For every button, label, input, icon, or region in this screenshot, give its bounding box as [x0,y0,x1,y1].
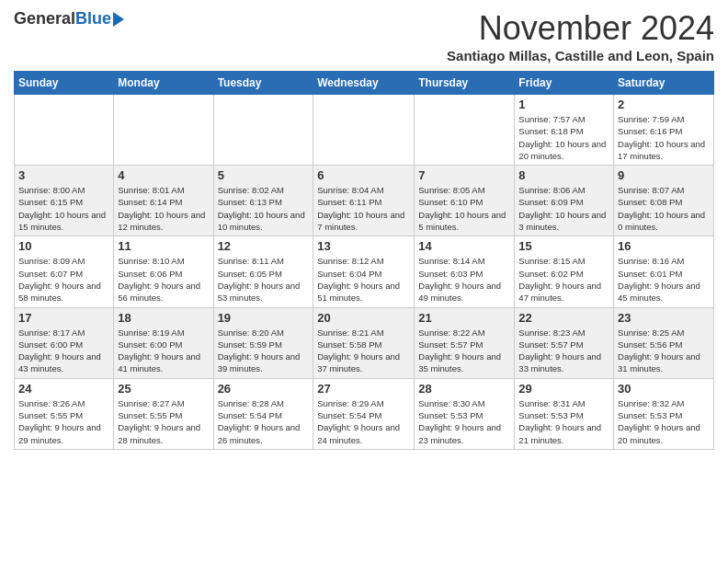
day-info: Sunrise: 8:07 AM Sunset: 6:08 PM Dayligh… [618,184,710,233]
day-number: 16 [618,239,710,253]
day-number: 28 [418,382,510,396]
day-info: Sunrise: 8:23 AM Sunset: 5:57 PM Dayligh… [518,327,609,375]
day-info: Sunrise: 8:00 AM Sunset: 6:15 PM Dayligh… [18,184,109,233]
day-info: Sunrise: 8:26 AM Sunset: 5:55 PM Dayligh… [18,397,109,446]
calendar-cell [313,95,415,166]
calendar-cell: 21Sunrise: 8:22 AM Sunset: 5:57 PM Dayli… [415,307,515,378]
day-info: Sunrise: 7:57 AM Sunset: 6:18 PM Dayligh… [518,113,609,162]
day-number: 18 [118,311,209,325]
calendar-cell [114,95,213,166]
logo: GeneralBlue [14,9,124,29]
day-info: Sunrise: 8:12 AM Sunset: 6:04 PM Dayligh… [317,255,410,304]
day-number: 4 [118,168,209,182]
calendar-cell: 25Sunrise: 8:27 AM Sunset: 5:55 PM Dayli… [114,378,213,449]
day-number: 25 [118,382,209,396]
day-number: 2 [618,98,710,111]
calendar-cell: 2Sunrise: 7:59 AM Sunset: 6:16 PM Daylig… [614,95,714,166]
day-info: Sunrise: 8:11 AM Sunset: 6:05 PM Dayligh… [218,255,310,304]
day-info: Sunrise: 8:06 AM Sunset: 6:09 PM Dayligh… [518,184,609,233]
calendar-cell: 27Sunrise: 8:29 AM Sunset: 5:54 PM Dayli… [313,378,415,449]
calendar-cell: 22Sunrise: 8:23 AM Sunset: 5:57 PM Dayli… [515,307,614,378]
calendar-cell: 17Sunrise: 8:17 AM Sunset: 6:00 PM Dayli… [15,307,114,378]
day-info: Sunrise: 8:04 AM Sunset: 6:11 PM Dayligh… [317,184,410,233]
calendar-cell: 10Sunrise: 8:09 AM Sunset: 6:07 PM Dayli… [15,236,114,307]
calendar-cell: 5Sunrise: 8:02 AM Sunset: 6:13 PM Daylig… [213,166,313,236]
calendar-cell: 23Sunrise: 8:25 AM Sunset: 5:56 PM Dayli… [614,307,714,378]
calendar-cell: 15Sunrise: 8:15 AM Sunset: 6:02 PM Dayli… [515,236,614,307]
calendar-cell [15,95,114,166]
day-number: 5 [218,168,310,182]
day-number: 21 [418,311,510,325]
calendar-header-sunday: Sunday [15,72,114,95]
calendar-cell: 8Sunrise: 8:06 AM Sunset: 6:09 PM Daylig… [515,166,614,236]
calendar-header-friday: Friday [515,72,614,95]
calendar-cell: 30Sunrise: 8:32 AM Sunset: 5:53 PM Dayli… [614,378,714,449]
day-info: Sunrise: 8:32 AM Sunset: 5:53 PM Dayligh… [618,397,710,446]
day-number: 27 [317,382,410,396]
day-number: 3 [18,168,109,182]
day-number: 22 [518,311,609,325]
day-number: 30 [618,382,710,396]
day-info: Sunrise: 8:25 AM Sunset: 5:56 PM Dayligh… [618,327,710,375]
calendar-week-row: 17Sunrise: 8:17 AM Sunset: 6:00 PM Dayli… [15,307,714,378]
day-info: Sunrise: 8:05 AM Sunset: 6:10 PM Dayligh… [418,184,510,233]
day-info: Sunrise: 8:14 AM Sunset: 6:03 PM Dayligh… [418,255,510,304]
day-number: 19 [218,311,310,325]
calendar-cell [213,95,313,166]
calendar-cell: 24Sunrise: 8:26 AM Sunset: 5:55 PM Dayli… [15,378,114,449]
day-info: Sunrise: 8:31 AM Sunset: 5:53 PM Dayligh… [518,397,609,446]
calendar-cell: 4Sunrise: 8:01 AM Sunset: 6:14 PM Daylig… [114,166,213,236]
day-info: Sunrise: 8:19 AM Sunset: 6:00 PM Dayligh… [118,327,209,375]
day-info: Sunrise: 7:59 AM Sunset: 6:16 PM Dayligh… [618,113,710,162]
calendar-cell [415,95,515,166]
day-info: Sunrise: 8:28 AM Sunset: 5:54 PM Dayligh… [218,397,310,446]
calendar-cell: 11Sunrise: 8:10 AM Sunset: 6:06 PM Dayli… [114,236,213,307]
calendar-cell: 20Sunrise: 8:21 AM Sunset: 5:58 PM Dayli… [313,307,415,378]
day-number: 6 [317,168,410,182]
day-info: Sunrise: 8:20 AM Sunset: 5:59 PM Dayligh… [218,327,310,375]
day-number: 11 [118,239,209,253]
calendar-header-thursday: Thursday [415,72,515,95]
calendar-cell: 7Sunrise: 8:05 AM Sunset: 6:10 PM Daylig… [415,166,515,236]
day-number: 7 [418,168,510,182]
calendar-header-monday: Monday [114,72,213,95]
logo-general: General [14,9,75,28]
day-info: Sunrise: 8:09 AM Sunset: 6:07 PM Dayligh… [18,255,109,304]
calendar-cell: 28Sunrise: 8:30 AM Sunset: 5:53 PM Dayli… [415,378,515,449]
day-info: Sunrise: 8:17 AM Sunset: 6:00 PM Dayligh… [18,327,109,375]
calendar-cell: 3Sunrise: 8:00 AM Sunset: 6:15 PM Daylig… [15,166,114,236]
logo-blue: Blue [75,9,111,28]
day-info: Sunrise: 8:15 AM Sunset: 6:02 PM Dayligh… [518,255,609,304]
day-number: 29 [518,382,609,396]
day-number: 15 [518,239,609,253]
day-info: Sunrise: 8:30 AM Sunset: 5:53 PM Dayligh… [418,397,510,446]
calendar-week-row: 24Sunrise: 8:26 AM Sunset: 5:55 PM Dayli… [15,378,714,449]
day-info: Sunrise: 8:29 AM Sunset: 5:54 PM Dayligh… [317,397,410,446]
day-number: 13 [317,239,410,253]
day-info: Sunrise: 8:16 AM Sunset: 6:01 PM Dayligh… [618,255,710,304]
calendar-table: SundayMondayTuesdayWednesdayThursdayFrid… [14,71,714,450]
logo-text: GeneralBlue [14,9,124,29]
calendar-header-saturday: Saturday [614,72,714,95]
day-number: 10 [18,239,109,253]
day-number: 23 [618,311,710,325]
day-number: 26 [218,382,310,396]
day-number: 9 [618,168,710,182]
day-number: 24 [18,382,109,396]
day-number: 17 [18,311,109,325]
calendar-cell: 6Sunrise: 8:04 AM Sunset: 6:11 PM Daylig… [313,166,415,236]
day-number: 12 [218,239,310,253]
calendar-cell: 12Sunrise: 8:11 AM Sunset: 6:05 PM Dayli… [213,236,313,307]
calendar-cell: 1Sunrise: 7:57 AM Sunset: 6:18 PM Daylig… [515,95,614,166]
day-info: Sunrise: 8:22 AM Sunset: 5:57 PM Dayligh… [418,327,510,375]
calendar-week-row: 3Sunrise: 8:00 AM Sunset: 6:15 PM Daylig… [15,166,714,236]
calendar-week-row: 1Sunrise: 7:57 AM Sunset: 6:18 PM Daylig… [15,95,714,166]
calendar-cell: 18Sunrise: 8:19 AM Sunset: 6:00 PM Dayli… [114,307,213,378]
calendar-header-row: SundayMondayTuesdayWednesdayThursdayFrid… [15,72,714,95]
calendar-cell: 26Sunrise: 8:28 AM Sunset: 5:54 PM Dayli… [213,378,313,449]
calendar-cell: 19Sunrise: 8:20 AM Sunset: 5:59 PM Dayli… [213,307,313,378]
day-info: Sunrise: 8:27 AM Sunset: 5:55 PM Dayligh… [118,397,209,446]
calendar-cell: 13Sunrise: 8:12 AM Sunset: 6:04 PM Dayli… [313,236,415,307]
day-number: 20 [317,311,410,325]
day-info: Sunrise: 8:21 AM Sunset: 5:58 PM Dayligh… [317,327,410,375]
